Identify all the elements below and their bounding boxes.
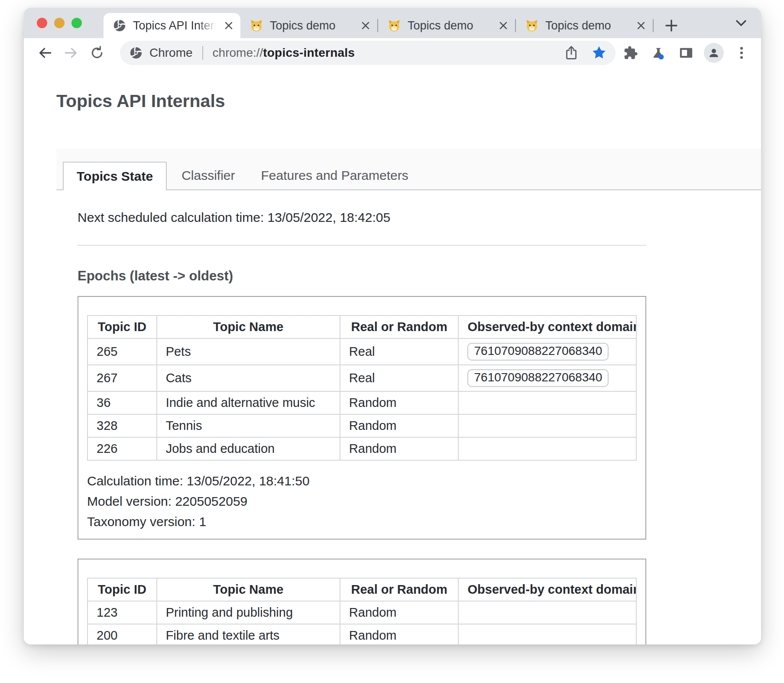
browser-window: Topics API Internals Topics demo Topics … — [24, 8, 761, 644]
browser-tab-label: Topics demo — [408, 19, 493, 33]
hashed-domain-chip: 7610709088227068340 — [467, 343, 609, 361]
cat-favicon-icon — [525, 19, 538, 32]
epochs-list: Topic IDTopic NameReal or RandomObserved… — [78, 296, 646, 644]
next-calculation-time: Next scheduled calculation time: 13/05/2… — [78, 210, 646, 225]
page-title: Topics API Internals — [56, 91, 761, 111]
topic-id-cell: 123 — [87, 601, 157, 624]
reload-button[interactable] — [87, 43, 107, 63]
column-header: Observed-by context domains (hashed) — [458, 315, 636, 338]
share-icon[interactable] — [564, 45, 579, 61]
profile-avatar[interactable] — [704, 43, 724, 63]
column-header: Topic Name — [157, 578, 340, 601]
browser-tab-label: Topics demo — [270, 19, 356, 33]
table-row: 200Fibre and textile artsRandom — [87, 624, 636, 644]
cat-favicon-icon — [388, 19, 401, 32]
real-or-random-cell: Random — [340, 624, 459, 644]
observed-by-cell — [458, 391, 636, 414]
hashed-domain-chip: 7610709088227068340 — [467, 369, 609, 387]
url-scheme: chrome:// — [213, 46, 263, 59]
address-engine-label: Chrome — [149, 46, 193, 60]
globe-icon — [113, 19, 126, 32]
cat-favicon-icon — [250, 19, 263, 32]
address-separator — [202, 46, 203, 60]
topics-state-panel: Next scheduled calculation time: 13/05/2… — [56, 190, 761, 644]
forward-button[interactable] — [61, 43, 81, 63]
tab-features-and-parameters[interactable]: Features and Parameters — [250, 162, 420, 189]
column-header: Topic ID — [87, 578, 157, 601]
epochs-heading: Epochs (latest -> oldest) — [78, 268, 646, 284]
close-tab-icon[interactable] — [498, 20, 509, 31]
bookmark-star-icon[interactable] — [591, 45, 607, 61]
real-or-random-cell: Random — [340, 437, 459, 460]
topic-name-cell: Jobs and education — [157, 437, 340, 460]
topic-id-cell: 200 — [87, 624, 157, 644]
table-row: 36Indie and alternative musicRandom — [87, 391, 636, 414]
column-header: Observed-by context domains (hashed) — [458, 578, 636, 601]
epoch-info: Calculation time: 13/05/2022, 18:41:50Mo… — [87, 471, 637, 532]
real-or-random-cell: Real — [340, 338, 459, 365]
column-header: Real or Random — [340, 315, 459, 338]
side-panel-icon[interactable] — [676, 43, 696, 63]
column-header: Topic Name — [157, 315, 340, 338]
url-text: chrome://topics-internals — [213, 46, 355, 60]
table-row: 226Jobs and educationRandom — [87, 437, 636, 460]
chrome-labs-flask-icon[interactable] — [648, 43, 668, 63]
real-or-random-cell: Random — [340, 414, 459, 437]
table-row: 123Printing and publishingRandom — [87, 601, 636, 624]
topic-id-cell: 328 — [87, 414, 157, 437]
extensions-puzzle-icon[interactable] — [621, 43, 641, 63]
topic-name-cell: Fibre and textile arts — [157, 624, 340, 644]
topic-id-cell: 265 — [87, 338, 157, 365]
epoch-container: Topic IDTopic NameReal or RandomObserved… — [78, 296, 646, 540]
close-window-button[interactable] — [37, 18, 47, 28]
table-header-row: Topic IDTopic NameReal or RandomObserved… — [87, 315, 636, 338]
back-button[interactable] — [35, 43, 55, 63]
topic-name-cell: Tennis — [157, 414, 340, 437]
topic-id-cell: 226 — [87, 437, 157, 460]
browser-toolbar: Chrome chrome://topics-internals — [24, 38, 761, 68]
tab-search-chevron-icon[interactable] — [734, 16, 748, 30]
column-header: Real or Random — [340, 578, 459, 601]
minimize-window-button[interactable] — [54, 18, 65, 28]
close-tab-icon[interactable] — [223, 20, 234, 31]
observed-by-cell — [458, 437, 636, 460]
real-or-random-cell: Random — [340, 391, 459, 414]
address-bar[interactable]: Chrome chrome://topics-internals — [120, 41, 616, 65]
real-or-random-cell: Real — [340, 365, 459, 391]
column-header: Topic ID — [87, 315, 157, 338]
epoch-info-line: Taxonomy version: 1 — [87, 512, 637, 532]
real-or-random-cell: Random — [340, 601, 459, 624]
browser-tab-topics-demo-3[interactable]: Topics demo — [516, 13, 653, 38]
browser-tab-topics-internals[interactable]: Topics API Internals — [104, 13, 240, 38]
tab-classifier[interactable]: Classifier — [170, 162, 246, 189]
table-row: 328TennisRandom — [87, 414, 636, 437]
observed-by-cell — [458, 624, 636, 644]
zoom-window-button[interactable] — [71, 18, 82, 28]
browser-tab-label: Topics API Internals — [133, 19, 219, 33]
topic-name-cell: Cats — [157, 365, 340, 391]
browser-tab-topics-demo-1[interactable]: Topics demo — [240, 13, 377, 38]
epoch-container: Topic IDTopic NameReal or RandomObserved… — [78, 559, 646, 644]
observed-by-cell — [458, 414, 636, 437]
topic-name-cell: Indie and alternative music — [157, 391, 340, 414]
topic-id-cell: 36 — [87, 391, 157, 414]
close-tab-icon[interactable] — [360, 20, 371, 31]
browser-tab-topics-demo-2[interactable]: Topics demo — [378, 13, 515, 38]
tab-divider — [653, 19, 654, 32]
topic-name-cell: Pets — [157, 338, 340, 365]
browser-tab-label: Topics demo — [545, 19, 631, 33]
topics-table: Topic IDTopic NameReal or RandomObserved… — [87, 315, 637, 461]
table-row: 265PetsReal7610709088227068340 — [87, 338, 636, 365]
topics-table: Topic IDTopic NameReal or RandomObserved… — [87, 578, 637, 644]
observed-by-cell: 7610709088227068340 — [458, 365, 636, 391]
topic-id-cell: 267 — [87, 365, 157, 391]
epoch-info-line: Model version: 2205052059 — [87, 491, 637, 512]
toolbar-right-icons — [621, 43, 752, 63]
browser-tab-strip: Topics API Internals Topics demo Topics … — [24, 8, 761, 38]
menu-dots-icon[interactable] — [732, 43, 752, 63]
tab-topics-state[interactable]: Topics State — [63, 162, 167, 190]
new-tab-button[interactable] — [664, 18, 679, 33]
epoch-info-line: Calculation time: 13/05/2022, 18:41:50 — [87, 471, 637, 491]
observed-by-cell — [458, 601, 636, 624]
close-tab-icon[interactable] — [635, 20, 647, 31]
